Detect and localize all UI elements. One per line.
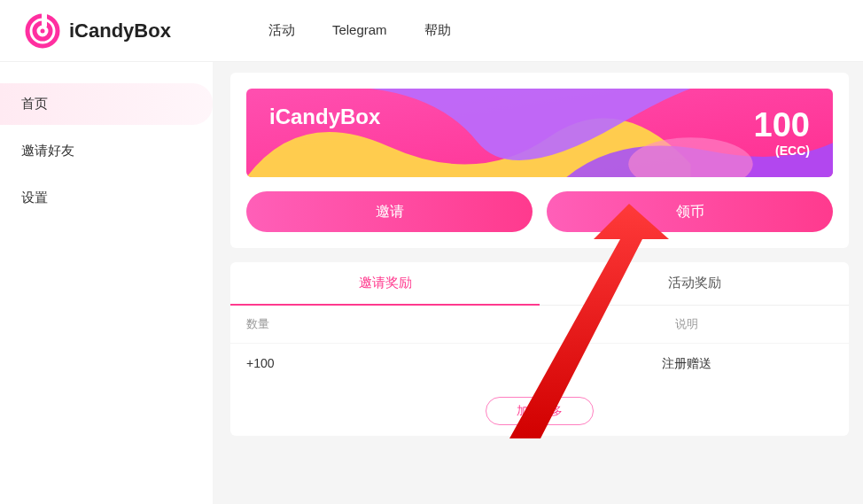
table-row: +100 注册赠送 bbox=[230, 343, 849, 384]
table-header: 数量 说明 bbox=[230, 306, 849, 343]
balance: 100 (ECC) bbox=[754, 108, 810, 158]
tab-invite-rewards[interactable]: 邀请奖励 bbox=[230, 262, 540, 306]
load-more-button[interactable]: 加载更多 bbox=[486, 397, 594, 425]
nav-activity[interactable]: 活动 bbox=[268, 22, 295, 39]
rewards-tabs: 邀请奖励 活动奖励 bbox=[230, 262, 849, 306]
invite-button[interactable]: 邀请 bbox=[246, 191, 533, 232]
banner-bg bbox=[246, 89, 833, 177]
sidebar: 首页 邀请好友 设置 bbox=[0, 62, 213, 504]
tab-activity-rewards[interactable]: 活动奖励 bbox=[540, 262, 849, 306]
nav-telegram[interactable]: Telegram bbox=[332, 22, 387, 39]
main-content: iCandyBox 100 (ECC) 邀请 领币 邀请奖励 活动奖励 数量 说… bbox=[213, 62, 863, 504]
header: iCandyBox 活动 Telegram 帮助 bbox=[0, 0, 863, 62]
action-row: 邀请 领币 bbox=[246, 191, 833, 232]
col-header-desc: 说明 bbox=[540, 316, 833, 332]
rewards-card: 邀请奖励 活动奖励 数量 说明 +100 注册赠送 加载更多 bbox=[230, 262, 849, 436]
brand-name: iCandyBox bbox=[69, 19, 171, 43]
sidebar-item-invite[interactable]: 邀请好友 bbox=[0, 130, 213, 172]
balance-banner: iCandyBox 100 (ECC) bbox=[246, 89, 833, 177]
svg-rect-3 bbox=[42, 13, 47, 21]
svg-point-2 bbox=[41, 28, 45, 33]
svg-rect-4 bbox=[42, 20, 47, 27]
nav-help[interactable]: 帮助 bbox=[424, 22, 451, 39]
claim-button[interactable]: 领币 bbox=[547, 191, 833, 232]
sidebar-item-settings[interactable]: 设置 bbox=[0, 177, 213, 219]
cell-qty: +100 bbox=[246, 356, 540, 372]
banner-title: iCandyBox bbox=[269, 105, 380, 129]
cell-desc: 注册赠送 bbox=[540, 356, 833, 372]
col-header-qty: 数量 bbox=[246, 316, 540, 332]
spiral-icon bbox=[25, 13, 60, 49]
sidebar-item-home[interactable]: 首页 bbox=[0, 83, 213, 125]
banner-card: iCandyBox 100 (ECC) 邀请 领币 bbox=[230, 73, 849, 248]
logo[interactable]: iCandyBox bbox=[25, 13, 171, 49]
balance-unit: (ECC) bbox=[754, 143, 810, 158]
load-more-wrap: 加载更多 bbox=[230, 384, 849, 429]
balance-amount: 100 bbox=[754, 108, 810, 142]
top-nav: 活动 Telegram 帮助 bbox=[268, 22, 451, 39]
